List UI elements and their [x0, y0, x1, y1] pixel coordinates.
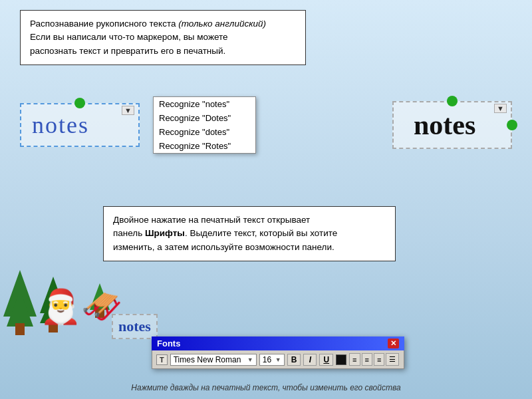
- context-menu: Recognize "notes" Recognize "Dotes" Reco…: [153, 96, 256, 154]
- font-size-value: 16: [263, 355, 271, 364]
- fonts-panel: Fonts ✕ T Times New Roman ▼ 16 ▼ B I U ≡…: [152, 336, 404, 369]
- font-name-value: Times New Roman: [174, 355, 241, 364]
- menu-item-3[interactable]: Recognize "dotes": [154, 125, 255, 139]
- bold-button[interactable]: B: [287, 354, 301, 366]
- notes-written-label: notes: [112, 314, 158, 339]
- align-buttons: ≡ ≡ ≡ ☰: [349, 353, 399, 366]
- list-button[interactable]: ☰: [386, 353, 399, 366]
- info-box-top: Распознавание рукописного текста (только…: [20, 10, 306, 65]
- info-middle-line1: Двойное нажатие на печатный текст открыв…: [113, 215, 310, 225]
- handwritten-box: ▼ notes: [20, 103, 140, 147]
- align-left-button[interactable]: ≡: [349, 353, 360, 366]
- menu-item-2[interactable]: Recognize "Dotes": [154, 111, 255, 125]
- italic-button[interactable]: I: [303, 354, 317, 366]
- recognition-area: ▼ notes Recognize "notes" Recognize "Dot…: [20, 96, 512, 154]
- handwritten-text: notes: [32, 112, 89, 138]
- green-dot-printed-top: [447, 96, 458, 106]
- santa-decoration: 🎅🛷: [40, 287, 122, 326]
- color-swatch[interactable]: [336, 354, 346, 365]
- info-middle-line2b: . Выделите текст, который вы хотите: [185, 228, 337, 238]
- info-top-line2: Если вы написали что-то маркером, вы мож…: [30, 32, 228, 42]
- info-middle-line2a: панель: [113, 228, 145, 238]
- green-dot-top: [74, 98, 85, 108]
- info-middle-line3: изменить, а затем используйте возможност…: [113, 242, 334, 252]
- info-top-line1: Распознавание рукописного текста: [30, 19, 178, 29]
- fonts-close-button[interactable]: ✕: [388, 338, 399, 348]
- info-box-middle: Двойное нажатие на печатный текст открыв…: [103, 206, 396, 261]
- fonts-toolbar: T Times New Roman ▼ 16 ▼ B I U ≡ ≡ ≡ ☰: [152, 350, 404, 369]
- dropdown-arrow-printed[interactable]: ▼: [494, 104, 507, 113]
- font-size-select[interactable]: 16 ▼: [259, 354, 285, 366]
- caption-text: Нажмите дважды на печатный текст, чтобы …: [0, 383, 532, 392]
- font-name-select[interactable]: Times New Roman ▼: [170, 354, 257, 366]
- printed-box: ▼ notes: [392, 101, 512, 149]
- info-top-italic: (только английский): [178, 19, 266, 29]
- dropdown-arrow-handwritten[interactable]: ▼: [122, 106, 134, 115]
- fonts-title: Fonts: [157, 338, 180, 348]
- font-size-arrow: ▼: [275, 356, 281, 363]
- fonts-titlebar: Fonts ✕: [152, 336, 404, 350]
- font-type-icon: T: [156, 354, 168, 365]
- menu-item-1[interactable]: Recognize "notes": [154, 97, 255, 111]
- green-dot-printed-right: [507, 120, 517, 130]
- info-middle-bold: Шрифты: [145, 228, 185, 238]
- font-name-arrow: ▼: [247, 356, 253, 363]
- svg-rect-2: [15, 323, 25, 335]
- underline-button[interactable]: U: [319, 354, 333, 366]
- info-top-line3: распознать текст и превратить его в печа…: [30, 46, 225, 56]
- printed-text: notes: [414, 110, 475, 140]
- align-right-button[interactable]: ≡: [374, 353, 384, 366]
- align-center-button[interactable]: ≡: [362, 353, 372, 366]
- menu-item-4[interactable]: Recognize "Rotes": [154, 139, 255, 153]
